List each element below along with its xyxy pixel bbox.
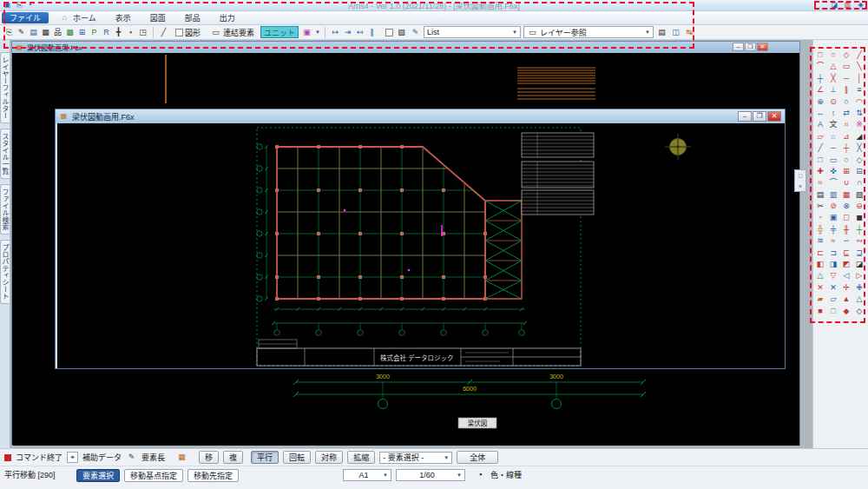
tool-icon[interactable]: ↕: [828, 108, 839, 119]
aux-data-button[interactable]: 補助データ: [82, 452, 122, 463]
tool-icon[interactable]: ⊞: [841, 166, 852, 177]
tool-icon[interactable]: ◩: [841, 259, 852, 270]
tab-parts[interactable]: 部品: [176, 11, 209, 24]
element-select-dropdown[interactable]: - 要素選択 -▼: [379, 452, 452, 464]
tool-icon[interactable]: ▤: [815, 189, 826, 201]
tool-icon[interactable]: ╱: [815, 142, 826, 154]
tool-icon[interactable]: △: [854, 294, 865, 305]
axis-icon[interactable]: ⌖: [67, 452, 78, 463]
swap-icon[interactable]: ↹: [684, 27, 695, 38]
tool-icon[interactable]: ◠: [854, 96, 865, 108]
tool-icon[interactable]: ▥: [828, 189, 839, 201]
corner-icon-1[interactable]: ◪: [830, 1, 839, 10]
tab-view[interactable]: 表示: [107, 11, 140, 24]
element-select-step-button[interactable]: 要素選択: [76, 469, 120, 482]
tool-icon[interactable]: ╬: [815, 224, 826, 235]
tool-icon[interactable]: ▰: [815, 294, 826, 305]
tool-icon[interactable]: ╲: [854, 61, 865, 72]
tool-icon[interactable]: ○: [841, 155, 852, 166]
tool-icon[interactable]: │: [854, 73, 865, 84]
tool-icon[interactable]: ⌂: [828, 131, 839, 142]
corner-icon-2[interactable]: ▥: [843, 1, 852, 10]
tool-icon[interactable]: ∥: [841, 84, 852, 96]
tab-output[interactable]: 出力: [211, 11, 244, 24]
sidebar-tab-property-sheet[interactable]: プロパティシート: [0, 240, 10, 304]
tool-icon[interactable]: ※: [854, 119, 865, 130]
tool-icon[interactable]: ◢: [854, 131, 865, 142]
tool-icon[interactable]: ▫: [815, 212, 826, 223]
tool-icon[interactable]: □: [828, 306, 839, 317]
tool-icon[interactable]: ≈: [815, 177, 826, 188]
child-window-titlebar[interactable]: ▦ 梁伏図動画用.F6x – ❐ ✕: [56, 109, 785, 123]
corner-icon-3[interactable]: ◈: [856, 1, 865, 10]
tool-icon[interactable]: ▭: [828, 155, 839, 166]
scale-button[interactable]: 拡縮: [347, 451, 375, 464]
scale-dropdown[interactable]: 1/60▼: [396, 469, 465, 481]
tool-icon[interactable]: ⊥: [828, 84, 839, 96]
background-window-titlebar[interactable]: ▦ 梁伏図動画用.F6x: [12, 42, 799, 53]
tool-icon[interactable]: ◇: [841, 50, 852, 61]
tool-icon[interactable]: ▷: [854, 270, 865, 281]
maximize-button[interactable]: ❐: [753, 111, 766, 122]
tool-icon[interactable]: ╫: [841, 224, 852, 235]
tool-icon[interactable]: ▩: [64, 27, 76, 38]
panel-restore-icon[interactable]: □: [799, 173, 802, 179]
tool-icon[interactable]: ▪: [125, 27, 136, 38]
tool-icon[interactable]: ✛: [841, 282, 852, 294]
tool-icon[interactable]: ○: [828, 50, 839, 61]
tool-icon[interactable]: ◆: [841, 306, 852, 317]
grid-icon[interactable]: ▦: [176, 452, 187, 463]
link-element-toggle[interactable]: ▭連結要素: [207, 26, 258, 38]
tool-icon[interactable]: ≡: [854, 84, 865, 96]
tab-home[interactable]: ⌂ホーム: [50, 11, 105, 24]
list-dropdown[interactable]: List▼: [424, 26, 521, 38]
mirror-button[interactable]: 対称: [315, 451, 343, 464]
tool-icon[interactable]: ⇄: [841, 108, 852, 119]
tool-icon[interactable]: ✚: [815, 166, 826, 177]
tool-icon[interactable]: 品: [52, 27, 63, 38]
tool-icon[interactable]: ⊑: [841, 248, 852, 259]
tool-icon[interactable]: ─: [841, 73, 852, 84]
tool-icon[interactable]: ⊒: [854, 248, 865, 259]
tool-icon[interactable]: ■: [815, 306, 826, 317]
base-point-step-button[interactable]: 移動基点指定: [124, 469, 183, 482]
tool-icon[interactable]: ╪: [828, 224, 839, 235]
tool-icon[interactable]: △: [828, 61, 839, 72]
move-button[interactable]: 移: [199, 451, 219, 464]
unit-toggle[interactable]: ユニット: [260, 26, 299, 38]
tool-icon[interactable]: ◪: [854, 259, 865, 270]
tool-icon[interactable]: ✂: [815, 201, 826, 212]
tool-icon[interactable]: ∩: [854, 177, 865, 188]
tool-icon[interactable]: ⊞: [76, 27, 88, 38]
tool-icon[interactable]: ○: [841, 96, 852, 108]
table-icon[interactable]: ▤: [656, 27, 667, 38]
tool-icon[interactable]: ◼: [854, 212, 865, 223]
panel-expand-icon[interactable]: »: [799, 183, 802, 189]
collapsed-panel-handle[interactable]: □ »: [794, 169, 806, 192]
layer-reference-dropdown[interactable]: ▭レイヤー参照▼: [523, 26, 654, 38]
tool-icon[interactable]: ⊖: [854, 201, 865, 212]
tool-icon[interactable]: ▱: [815, 131, 826, 142]
pen-icon[interactable]: ✎: [410, 27, 421, 38]
tool-icon[interactable]: ∽: [841, 235, 852, 247]
window-split-icon[interactable]: ◫: [670, 27, 681, 38]
tool-icon[interactable]: ╋: [113, 27, 124, 38]
tool-icon[interactable]: ◳: [137, 27, 148, 38]
chevron-down-icon[interactable]: ▼: [315, 30, 320, 35]
tool-icon[interactable]: ⊐: [828, 248, 839, 259]
tool-icon[interactable]: ▣: [828, 212, 839, 223]
copy-button[interactable]: 複: [223, 451, 243, 464]
snap-icon[interactable]: ↤: [354, 27, 365, 38]
tab-drawing[interactable]: 図面: [141, 11, 174, 24]
tool-icon[interactable]: ✜: [828, 166, 839, 177]
minimize-button[interactable]: –: [733, 43, 744, 51]
tool-icon[interactable]: ▲: [841, 294, 852, 305]
tool-icon[interactable]: ⌗: [841, 119, 852, 130]
tool-icon[interactable]: ▧: [854, 189, 865, 201]
tool-icon[interactable]: ⊗: [841, 201, 852, 212]
undo-icon[interactable]: ↶: [27, 1, 36, 10]
tool-icon[interactable]: ⌒: [828, 177, 839, 188]
line-draw-icon[interactable]: ╱: [158, 27, 169, 38]
tool-icon[interactable]: ▭: [841, 61, 852, 72]
tool-icon[interactable]: ⌒: [815, 61, 826, 72]
